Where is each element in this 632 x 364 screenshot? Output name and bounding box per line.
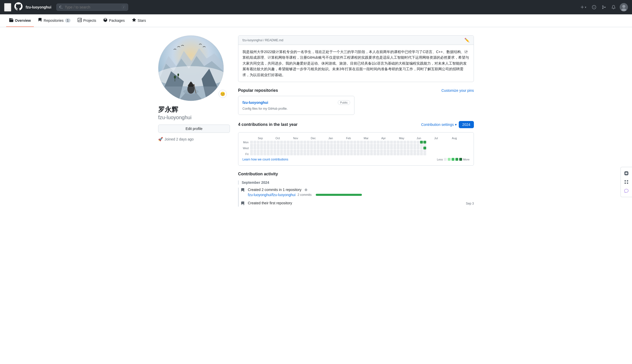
contribution-cell[interactable]	[357, 144, 360, 147]
contribution-cell[interactable]	[317, 144, 320, 147]
contribution-cell[interactable]	[363, 141, 366, 144]
contribution-cell[interactable]	[357, 153, 360, 155]
contribution-cell[interactable]	[340, 150, 343, 153]
contribution-cell[interactable]	[350, 150, 353, 153]
contribution-cell[interactable]	[370, 153, 373, 155]
issues-button[interactable]	[590, 4, 598, 11]
contribution-cell[interactable]	[313, 147, 316, 149]
contribution-cell[interactable]	[273, 153, 276, 155]
contribution-cell[interactable]	[277, 144, 280, 147]
contribution-cell[interactable]	[347, 147, 350, 149]
contribution-cell[interactable]	[347, 150, 350, 153]
contribution-cell[interactable]	[380, 141, 383, 144]
contribution-cell[interactable]	[317, 147, 320, 149]
contribution-cell[interactable]	[270, 153, 273, 155]
contribution-cell[interactable]	[300, 141, 303, 144]
contribution-cell[interactable]	[417, 147, 420, 149]
contribution-cell[interactable]	[327, 147, 330, 149]
contribution-cell[interactable]	[393, 147, 396, 149]
contribution-cell[interactable]	[377, 144, 380, 147]
contribution-cell[interactable]	[290, 150, 293, 153]
contribution-cell[interactable]	[267, 141, 270, 144]
contribution-cell[interactable]	[403, 147, 406, 149]
contribution-cell[interactable]	[413, 147, 416, 149]
contribution-cell[interactable]	[370, 141, 373, 144]
contribution-cell[interactable]	[323, 147, 326, 149]
contribution-cell[interactable]	[263, 153, 266, 155]
contribution-cell[interactable]	[260, 144, 263, 147]
contribution-cell[interactable]	[263, 147, 266, 149]
contribution-cell[interactable]	[320, 147, 323, 149]
contribution-cell[interactable]	[407, 147, 410, 149]
contribution-cell[interactable]	[290, 147, 293, 149]
contribution-cell[interactable]	[323, 153, 326, 155]
contribution-cell[interactable]	[390, 153, 393, 155]
contribution-cell[interactable]	[357, 141, 360, 144]
contribution-cell[interactable]	[280, 141, 283, 144]
contribution-cell[interactable]	[367, 147, 370, 149]
contribution-cell[interactable]	[343, 150, 346, 153]
contribution-cell[interactable]	[403, 144, 406, 147]
contribution-cell[interactable]	[417, 144, 420, 147]
contribution-cell[interactable]	[363, 147, 366, 149]
tab-overview[interactable]: Overview	[6, 14, 34, 27]
contribution-cell[interactable]	[283, 150, 286, 153]
contribution-cell[interactable]	[420, 144, 423, 147]
contribution-cell[interactable]	[380, 144, 383, 147]
contribution-cell[interactable]	[383, 147, 386, 149]
floating-grid-button[interactable]	[622, 178, 630, 186]
contribution-cell[interactable]	[330, 150, 333, 153]
contribution-cell[interactable]	[413, 144, 416, 147]
contribution-cell[interactable]	[270, 141, 273, 144]
activity-repo-link[interactable]: fzu-luoyonghui/fzu-luoyonghui	[248, 193, 295, 197]
contribution-cell[interactable]	[423, 147, 426, 149]
contribution-cell[interactable]	[403, 141, 406, 144]
contribution-cell[interactable]	[323, 144, 326, 147]
contribution-cell[interactable]	[347, 153, 350, 155]
contribution-cell[interactable]	[257, 147, 260, 149]
contribution-cell[interactable]	[263, 141, 266, 144]
contribution-cell[interactable]	[323, 150, 326, 153]
contribution-cell[interactable]	[380, 153, 383, 155]
emoji-reaction-button[interactable]: 😊	[219, 90, 227, 98]
contribution-cell[interactable]	[287, 150, 290, 153]
contribution-cell[interactable]	[360, 141, 363, 144]
contribution-cell[interactable]	[357, 150, 360, 153]
contribution-cell[interactable]	[373, 150, 376, 153]
contribution-cell[interactable]	[320, 141, 323, 144]
contribution-cell[interactable]	[277, 147, 280, 149]
contribution-cell[interactable]	[263, 150, 266, 153]
contribution-cell[interactable]	[333, 141, 336, 144]
contribution-cell[interactable]	[347, 141, 350, 144]
contribution-cell[interactable]	[393, 150, 396, 153]
contribution-cell[interactable]	[417, 150, 420, 153]
contribution-cell[interactable]	[407, 153, 410, 155]
edit-profile-button[interactable]: Edit profile	[158, 125, 230, 133]
contribution-cell[interactable]	[340, 147, 343, 149]
contribution-cell[interactable]	[303, 150, 306, 153]
contribution-cell[interactable]	[330, 153, 333, 155]
contribution-cell[interactable]	[423, 141, 426, 144]
contribution-cell[interactable]	[317, 153, 320, 155]
contribution-cell[interactable]	[377, 150, 380, 153]
contribution-cell[interactable]	[267, 144, 270, 147]
contribution-cell[interactable]	[393, 141, 396, 144]
contribution-cell[interactable]	[300, 153, 303, 155]
contribution-cell[interactable]	[390, 150, 393, 153]
contribution-cell[interactable]	[283, 141, 286, 144]
contribution-cell[interactable]	[397, 147, 400, 149]
contribution-cell[interactable]	[333, 144, 336, 147]
contribution-cell[interactable]	[373, 153, 376, 155]
contribution-cell[interactable]	[337, 144, 340, 147]
contribution-cell[interactable]	[400, 150, 403, 153]
contribution-cell[interactable]	[303, 147, 306, 149]
contribution-cell[interactable]	[317, 141, 320, 144]
tab-repositories[interactable]: Repositories 1	[35, 14, 74, 27]
contribution-cell[interactable]	[380, 147, 383, 149]
contribution-cell[interactable]	[420, 150, 423, 153]
contribution-cell[interactable]	[400, 147, 403, 149]
contribution-cell[interactable]	[253, 141, 256, 144]
contribution-cell[interactable]	[250, 147, 253, 149]
contribution-cell[interactable]	[387, 144, 390, 147]
contribution-cell[interactable]	[287, 144, 290, 147]
